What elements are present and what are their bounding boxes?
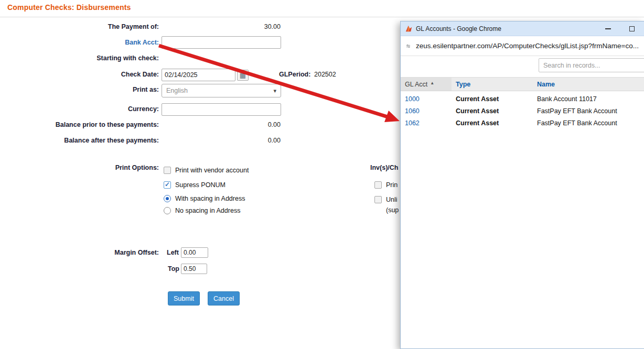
url-text[interactable]: zeus.esilentpartner.com/AP/ComputerCheck…: [416, 42, 639, 50]
currency-input[interactable]: [162, 103, 281, 116]
window-titlebar[interactable]: GL Accounts - Google Chrome: [401, 21, 644, 36]
print-as-value: English: [166, 87, 188, 94]
submit-button[interactable]: Submit: [168, 291, 200, 306]
name-cell: Bank Account 11017: [537, 93, 597, 105]
page-title: Computer Checks: Disbursements: [7, 3, 131, 12]
table-row[interactable]: 1062 Current Asset FastPay EFT Bank Acco…: [401, 117, 644, 129]
print-as-label: Print as:: [0, 86, 159, 93]
option-no-spacing-in-address[interactable]: No spacing in Address: [164, 207, 240, 214]
search-input[interactable]: [539, 58, 644, 72]
option-label: With spacing in Address: [175, 195, 245, 202]
type-cell: Current Asset: [456, 93, 499, 105]
main-page: Computer Checks: Disbursements The Payme…: [0, 0, 644, 349]
starting-check-label: Starting with check:: [0, 54, 159, 62]
bank-acct-link[interactable]: Bank Acct:: [0, 39, 159, 46]
minimize-button[interactable]: [600, 23, 616, 35]
checkbox-icon[interactable]: [164, 181, 171, 189]
option-inv-unlimited[interactable]: Unli: [374, 196, 398, 203]
gl-acct-link[interactable]: 1062: [405, 117, 420, 129]
option-print-with-vendor-account[interactable]: Print with vendor account: [164, 167, 249, 174]
balance-after-value: 0.00: [210, 137, 281, 144]
currency-label: Currency:: [0, 105, 159, 113]
bank-acct-input[interactable]: [162, 36, 281, 49]
site-settings-icon: [406, 41, 411, 51]
table-row[interactable]: 1060 Current Asset FastPay EFT Bank Acco…: [401, 105, 644, 117]
check-date-input[interactable]: [162, 69, 235, 81]
margin-left-label: Left: [167, 249, 179, 256]
payment-of-value: 30.00: [210, 23, 281, 30]
calendar-button[interactable]: ▦: [237, 70, 249, 81]
payment-of-label: The Payment of:: [0, 23, 159, 30]
checkbox-icon[interactable]: [164, 167, 171, 174]
header-divider: [0, 17, 644, 17]
column-header-gl-acct[interactable]: GL Acct ▲: [401, 78, 452, 91]
address-bar[interactable]: zeus.esilentpartner.com/AP/ComputerCheck…: [401, 36, 644, 56]
type-cell: Current Asset: [456, 117, 499, 129]
margin-top-label: Top: [168, 265, 179, 272]
gl-accounts-favicon: [405, 25, 413, 32]
table-row[interactable]: 1000 Current Asset Bank Account 11017: [401, 93, 644, 105]
table-header-row: GL Acct ▲ Type Name: [401, 77, 644, 91]
inv-note: (sup: [386, 206, 399, 214]
minimize-icon: [605, 28, 611, 29]
sort-asc-icon: ▲: [430, 81, 434, 85]
chevron-down-icon: ▾: [273, 88, 276, 94]
option-label: No spacing in Address: [175, 207, 240, 214]
type-cell: Current Asset: [456, 105, 499, 117]
radio-icon[interactable]: [164, 195, 171, 202]
margin-offset-label: Margin Offset:: [0, 249, 159, 256]
margin-top-input[interactable]: [181, 264, 207, 274]
checkbox-icon[interactable]: [374, 181, 382, 189]
option-label: Supress PONUM: [175, 181, 226, 189]
gl-acct-link[interactable]: 1000: [405, 93, 420, 105]
option-label: Print with vendor account: [175, 167, 249, 174]
check-date-label: Check Date:: [0, 71, 159, 78]
column-header-name[interactable]: Name: [537, 78, 555, 91]
window-title: GL Accounts - Google Chrome: [416, 25, 600, 32]
balance-prior-value: 0.00: [210, 121, 281, 128]
calendar-icon: ▦: [240, 72, 246, 79]
gl-accounts-popup-window: GL Accounts - Google Chrome zeus.esilent…: [400, 21, 644, 349]
option-inv-print[interactable]: Prin: [374, 181, 398, 189]
name-cell: FastPay EFT Bank Account: [537, 105, 617, 117]
option-with-spacing-in-address[interactable]: With spacing in Address: [164, 195, 245, 202]
radio-icon[interactable]: [164, 207, 171, 214]
print-options-label: Print Options:: [0, 164, 159, 171]
column-header-type[interactable]: Type: [456, 78, 470, 91]
gl-acct-link[interactable]: 1060: [405, 105, 420, 117]
print-as-select[interactable]: English ▾: [162, 84, 281, 97]
margin-left-input[interactable]: [181, 247, 208, 258]
option-label: Unli: [386, 196, 398, 203]
option-label: Prin: [386, 181, 398, 189]
option-supress-ponum[interactable]: Supress PONUM: [164, 181, 226, 189]
gl-period-label: GLPeriod:: [279, 71, 310, 78]
maximize-button[interactable]: [624, 23, 640, 35]
balance-prior-label: Balance prior to these payments:: [0, 121, 159, 128]
balance-after-label: Balance after these payments:: [0, 137, 159, 144]
name-cell: FastPay EFT Bank Account: [537, 117, 617, 129]
cancel-button[interactable]: Cancel: [208, 291, 240, 306]
checkbox-icon[interactable]: [374, 196, 382, 203]
inv-section-label: Inv(s)/Ch: [370, 164, 398, 171]
maximize-icon: [629, 26, 635, 31]
gl-period-value: 202502: [314, 71, 336, 78]
